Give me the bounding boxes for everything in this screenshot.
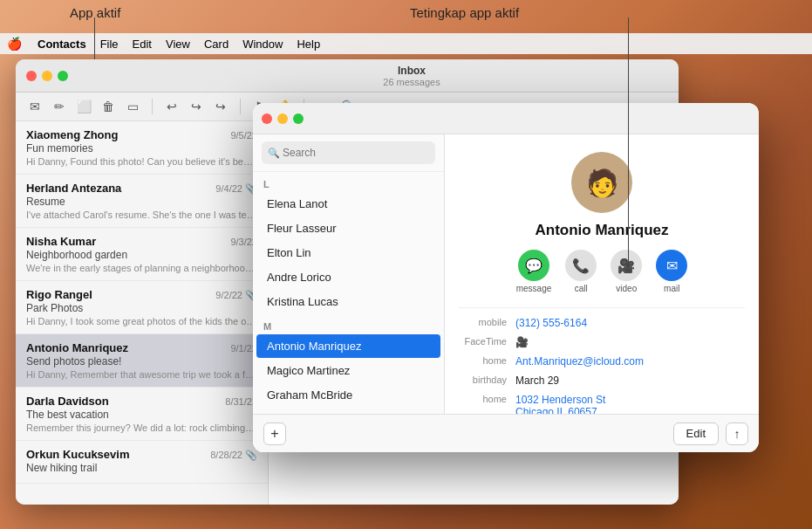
app-aktif-annotation: App aktif xyxy=(70,5,120,20)
call-icon: 📞 xyxy=(565,250,597,281)
add-contact-button[interactable]: + xyxy=(263,423,286,445)
toolbar-delete-icon[interactable]: 🗑 xyxy=(99,98,117,115)
toolbar-compose-icon[interactable]: ✏ xyxy=(51,98,68,115)
share-contact-button[interactable]: ↑ xyxy=(726,423,748,445)
mail-icon: ✉ xyxy=(656,250,687,281)
section-header-m: M xyxy=(253,314,444,333)
footer-right-buttons: Edit ↑ xyxy=(673,423,748,445)
menu-window[interactable]: Window xyxy=(235,36,290,52)
contacts-popup: 🔍 L Elena Lanot Fleur Lasseur Elton Lin … xyxy=(253,103,759,452)
mail-item[interactable]: Xiaomeng Zhong 9/5/22 Fun memories Hi Da… xyxy=(16,121,268,175)
action-call-label: call xyxy=(575,284,588,293)
tetingkap-annotation: Tetingkap app aktif xyxy=(410,5,519,20)
field-label-mobile: mobile xyxy=(459,317,515,329)
minimize-button[interactable] xyxy=(42,71,52,81)
toolbar-mailbox-icon[interactable]: ✉ xyxy=(26,98,44,115)
inbox-title: Inbox xyxy=(155,65,668,77)
contact-name: Antonio Manriquez xyxy=(459,222,745,239)
mail-item[interactable]: Rigo Rangel 9/2/22 📎 Park Photos Hi Dann… xyxy=(16,281,268,334)
mail-item-selected[interactable]: Antonio Manriquez 9/1/22 Send photos ple… xyxy=(16,334,268,388)
field-label-birthday: birthday xyxy=(459,374,515,387)
menu-contacts[interactable]: Contacts xyxy=(31,36,93,52)
contact-graham-mcbride[interactable]: Graham McBride xyxy=(256,383,440,407)
toolbar-reply-icon[interactable]: ↩ xyxy=(163,98,181,115)
toolbar-replyall-icon[interactable]: ↪ xyxy=(188,98,205,115)
contact-andre-lorico[interactable]: Andre Lorico xyxy=(256,265,440,289)
field-home-email: home Ant.Manriquez@icloud.com xyxy=(459,355,745,368)
menubar: 🍎 Contacts File Edit View Card Window He… xyxy=(0,33,812,54)
apple-menu[interactable]: 🍎 xyxy=(7,37,22,51)
contacts-search-area: 🔍 xyxy=(253,134,444,172)
contact-avatar: 🧑 xyxy=(571,152,632,213)
action-message[interactable]: 💬 message xyxy=(516,250,552,293)
mail-item[interactable]: Herland Antezana 9/4/22 📎 Resume I've at… xyxy=(16,175,268,228)
field-value-mobile[interactable]: (312) 555-6164 xyxy=(515,317,745,329)
field-birthday: birthday March 29 xyxy=(459,374,745,387)
contacts-titlebar xyxy=(253,103,759,134)
menu-card[interactable]: Card xyxy=(197,36,235,52)
mail-titlebar: Inbox 26 messages xyxy=(16,59,679,93)
toolbar-forward-icon[interactable]: ↪ xyxy=(212,98,229,115)
action-video[interactable]: 🎥 video xyxy=(611,250,642,293)
menu-view[interactable]: View xyxy=(159,36,197,52)
mail-item[interactable]: Darla Davidson 8/31/22 The best vacation… xyxy=(16,388,268,441)
menu-help[interactable]: Help xyxy=(290,36,327,52)
mail-item[interactable]: Nisha Kumar 9/3/22 Neighborhood garden W… xyxy=(16,228,268,281)
contact-actions: 💬 message 📞 call 🎥 video ✉ mail xyxy=(459,250,745,293)
close-button[interactable] xyxy=(26,71,37,81)
contact-elena-lanot[interactable]: Elena Lanot xyxy=(256,192,440,216)
action-call[interactable]: 📞 call xyxy=(565,250,597,293)
contacts-list-panel: 🔍 L Elena Lanot Fleur Lasseur Elton Lin … xyxy=(253,134,445,452)
maximize-button[interactable] xyxy=(58,71,68,81)
contacts-maximize-button[interactable] xyxy=(293,113,304,124)
field-value-birthday: March 29 xyxy=(515,374,745,387)
traffic-lights xyxy=(26,71,68,81)
inbox-subtitle: 26 messages xyxy=(155,77,668,87)
contacts-detail-panel: 🧑 Antonio Manriquez 💬 message 📞 call 🎥 v… xyxy=(445,134,759,452)
contacts-traffic-lights xyxy=(262,113,304,124)
mail-item[interactable]: Orkun Kucuksevim 8/28/22 📎 New hiking tr… xyxy=(16,441,268,484)
contact-fleur-lasseur[interactable]: Fleur Lasseur xyxy=(256,216,440,240)
action-mail[interactable]: ✉ mail xyxy=(656,250,687,293)
message-icon: 💬 xyxy=(518,250,549,281)
field-value-home-email[interactable]: Ant.Manriquez@icloud.com xyxy=(515,355,745,368)
search-icon: 🔍 xyxy=(268,148,280,159)
toolbar-archive-icon[interactable]: ⬜ xyxy=(75,98,92,115)
contacts-footer: + Edit ↑ xyxy=(253,414,759,452)
field-mobile: mobile (312) 555-6164 xyxy=(459,317,745,329)
video-icon: 🎥 xyxy=(611,250,642,281)
contact-antonio-manriquez[interactable]: Antonio Manriquez xyxy=(256,334,440,358)
toolbar-sep1 xyxy=(152,99,153,114)
edit-contact-button[interactable]: Edit xyxy=(673,423,719,445)
menu-file[interactable]: File xyxy=(93,36,126,52)
section-header-l: L xyxy=(253,172,444,191)
field-value-facetime[interactable]: 🎥 xyxy=(515,336,745,348)
field-label-home-email: home xyxy=(459,355,515,368)
action-message-label: message xyxy=(516,284,552,293)
action-video-label: video xyxy=(616,284,637,293)
field-label-facetime: FaceTime xyxy=(459,336,515,348)
action-mail-label: mail xyxy=(664,284,679,293)
menu-edit[interactable]: Edit xyxy=(126,36,159,52)
search-input[interactable] xyxy=(262,141,435,164)
contact-kristina-lucas[interactable]: Kristina Lucas xyxy=(256,290,440,313)
mail-list: Xiaomeng Zhong 9/5/22 Fun memories Hi Da… xyxy=(16,121,269,505)
contact-magico-martinez[interactable]: Magico Martinez xyxy=(256,359,440,382)
contacts-minimize-button[interactable] xyxy=(277,113,288,124)
toolbar-move-icon[interactable]: ▭ xyxy=(124,98,141,115)
contacts-close-button[interactable] xyxy=(262,113,272,124)
field-facetime: FaceTime 🎥 xyxy=(459,336,745,348)
toolbar-sep2 xyxy=(240,99,241,114)
contact-elton-lin[interactable]: Elton Lin xyxy=(256,241,440,264)
